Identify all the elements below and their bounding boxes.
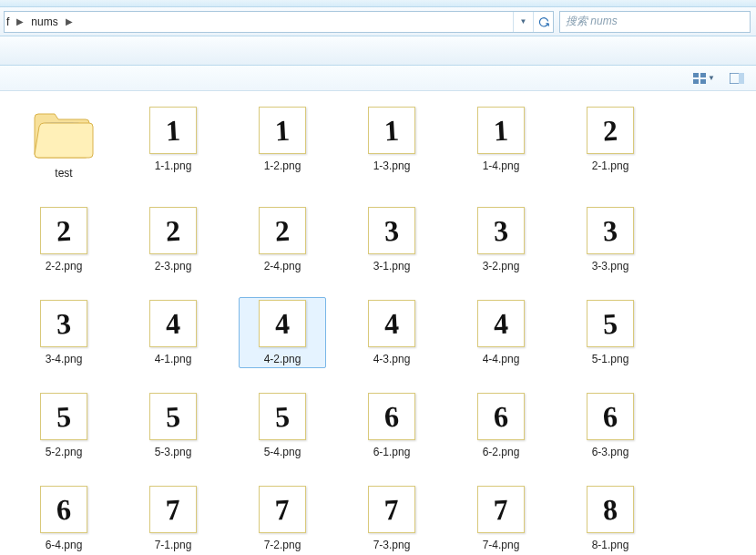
file-thumbnail: 6	[587, 393, 634, 440]
window-titlebar-strip	[0, 0, 756, 7]
file-thumbnail: 2	[40, 207, 87, 254]
file-item[interactable]: 22-1.png	[567, 104, 654, 182]
folder-icon: 1	[31, 107, 97, 161]
thumbnail-glyph: 7	[274, 495, 291, 525]
file-thumbnail: 6	[477, 393, 525, 440]
file-label: 1-3.png	[373, 159, 411, 172]
breadcrumb-separator: ▶	[11, 16, 29, 26]
search-placeholder: 搜索 nums	[566, 14, 618, 29]
refresh-icon	[537, 15, 550, 28]
thumbnail-glyph: 2	[56, 216, 72, 246]
file-thumbnail: 7	[259, 486, 306, 533]
file-item[interactable]: 22-4.png	[239, 204, 326, 275]
file-item[interactable]: 33-2.png	[457, 204, 545, 275]
thumbnail-glyph: 1	[493, 116, 509, 146]
file-item[interactable]: 33-3.png	[567, 204, 654, 275]
breadcrumb-seg0[interactable]: f	[5, 15, 11, 28]
file-label: 5-1.png	[592, 353, 629, 365]
thumbnail-glyph: 6	[493, 402, 509, 432]
file-item[interactable]: 44-4.png	[457, 297, 545, 368]
thumbnail-glyph: 3	[493, 216, 509, 246]
file-thumbnail: 2	[259, 207, 306, 254]
thumbnail-glyph: 4	[165, 309, 181, 339]
file-label: 6-4.png	[46, 539, 83, 551]
file-label: 4-3.png	[373, 353, 411, 365]
file-item[interactable]: 11-3.png	[348, 104, 435, 182]
address-dropdown-button[interactable]: ▼	[513, 12, 533, 32]
file-thumbnail: 4	[368, 300, 415, 347]
file-item[interactable]: 77-1.png	[129, 483, 217, 554]
svg-rect-0	[693, 73, 699, 77]
file-item[interactable]: 11-1.png	[129, 104, 217, 182]
file-label: 2-4.png	[264, 260, 301, 272]
file-item[interactable]: 22-2.png	[20, 204, 107, 275]
file-thumbnail: 3	[40, 300, 87, 347]
thumbnail-glyph: 6	[383, 402, 400, 432]
file-item[interactable]: 55-3.png	[129, 390, 217, 461]
file-item[interactable]: 66-1.png	[348, 390, 435, 461]
file-thumbnail: 7	[149, 486, 197, 533]
file-item[interactable]: 66-4.png	[20, 483, 107, 554]
file-item[interactable]: 44-2.png	[239, 297, 326, 368]
file-thumbnail: 5	[587, 300, 634, 347]
file-item[interactable]: 44-1.png	[129, 297, 217, 368]
breadcrumb-seg1[interactable]: nums	[29, 15, 59, 28]
search-input[interactable]: 搜索 nums	[559, 11, 751, 33]
file-item[interactable]: 33-1.png	[348, 204, 435, 275]
file-label: 3-3.png	[592, 260, 629, 272]
thumbnail-glyph: 6	[602, 402, 618, 432]
file-label: 3-1.png	[373, 260, 411, 272]
file-label: 2-3.png	[155, 260, 192, 272]
file-label: 4-1.png	[155, 353, 192, 365]
view-mode-button[interactable]: ▼	[689, 69, 720, 87]
file-thumbnail: 6	[40, 486, 87, 533]
file-item[interactable]: 77-3.png	[348, 483, 435, 554]
thumbnail-glyph: 1	[274, 116, 291, 146]
file-label: 2-1.png	[592, 159, 629, 172]
file-label: 1-1.png	[155, 159, 192, 172]
thumbnail-glyph: 7	[493, 495, 509, 525]
thumbnail-glyph: 6	[56, 495, 72, 525]
svg-rect-2	[693, 79, 699, 84]
file-item[interactable]: 55-1.png	[567, 297, 654, 368]
file-label: 5-2.png	[46, 446, 83, 458]
file-thumbnail: 1	[259, 107, 306, 154]
file-item[interactable]: 22-3.png	[129, 204, 217, 275]
file-item[interactable]: 77-2.png	[239, 483, 326, 554]
thumbnail-glyph: 4	[383, 309, 400, 339]
file-thumbnail: 5	[40, 393, 87, 440]
command-toolbar	[0, 36, 756, 66]
folder-item[interactable]: 1 test	[20, 104, 107, 182]
svg-rect-5	[739, 73, 744, 84]
file-label: test	[55, 167, 72, 180]
file-item[interactable]: 66-3.png	[567, 390, 654, 461]
file-item[interactable]: 44-3.png	[348, 297, 435, 368]
file-item[interactable]: 55-2.png	[20, 390, 107, 461]
file-item[interactable]: 88-1.png	[567, 483, 654, 554]
file-label: 6-1.png	[373, 446, 411, 458]
preview-pane-button[interactable]	[727, 69, 747, 87]
file-thumbnail: 5	[149, 393, 197, 440]
thumbnail-glyph: 1	[383, 116, 400, 146]
thumbnail-glyph: 5	[602, 309, 618, 339]
file-item[interactable]: 77-4.png	[457, 483, 545, 554]
address-bar[interactable]: f ▶ nums ▶ ▼	[4, 11, 554, 33]
refresh-button[interactable]	[533, 12, 553, 32]
address-row: f ▶ nums ▶ ▼ 搜索 nums	[0, 7, 756, 36]
file-item[interactable]: 33-4.png	[20, 297, 107, 368]
file-item[interactable]: 66-2.png	[457, 390, 545, 461]
breadcrumb-separator: ▶	[60, 16, 78, 26]
thumbnail-glyph: 5	[165, 402, 181, 432]
file-item[interactable]: 11-4.png	[457, 104, 545, 182]
file-item[interactable]: 55-4.png	[239, 390, 326, 461]
thumbnail-glyph: 4	[274, 309, 291, 339]
file-thumbnail: 7	[477, 486, 525, 533]
file-list-pane[interactable]: 1 test11-1.png11-2.png11-3.png11-4.png22…	[0, 91, 756, 555]
thumbnail-glyph: 2	[602, 116, 618, 146]
thumbnail-glyph: 4	[493, 309, 509, 339]
thumbnail-glyph: 1	[165, 116, 181, 146]
file-item[interactable]: 11-2.png	[239, 104, 326, 182]
chevron-down-icon: ▼	[708, 74, 715, 82]
thumbnail-glyph: 5	[274, 402, 291, 432]
svg-rect-1	[700, 73, 706, 77]
